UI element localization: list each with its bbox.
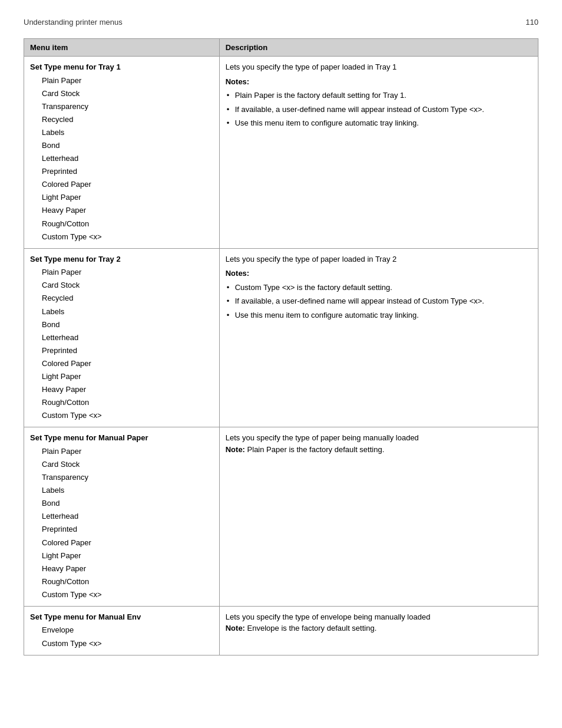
- sub-item: Custom Type <x>: [30, 409, 213, 422]
- bullet-item: Use this menu item to configure automati…: [226, 117, 532, 129]
- menu-item-title: Set Type menu for Tray 2: [30, 253, 213, 265]
- header-right: 110: [525, 18, 538, 27]
- sub-item: Letterhead: [30, 510, 213, 523]
- sub-item: Recycled: [30, 292, 213, 305]
- sub-item: Letterhead: [30, 152, 213, 165]
- table-row: Set Type menu for Tray 2Plain PaperCard …: [24, 248, 538, 427]
- page-header: Understanding printer menus 110: [24, 18, 538, 27]
- sub-item: Bond: [30, 318, 213, 331]
- sub-item: Colored Paper: [30, 536, 213, 549]
- note-inline: Note: Plain Paper is the factory default…: [226, 444, 532, 456]
- sub-item: Light Paper: [30, 370, 213, 383]
- sub-item: Transparency: [30, 471, 213, 484]
- header-left: Understanding printer menus: [24, 18, 123, 27]
- description-cell: Lets you specify the type of paper loade…: [219, 248, 538, 427]
- menu-item-title: Set Type menu for Manual Env: [30, 611, 213, 623]
- menu-item-cell: Set Type menu for Tray 2Plain PaperCard …: [24, 248, 220, 427]
- sub-item: Labels: [30, 305, 213, 318]
- description-cell: Lets you specify the type of paper loade…: [219, 57, 538, 249]
- bullet-list: Plain Paper is the factory default setti…: [226, 90, 532, 129]
- sub-item: Labels: [30, 126, 213, 139]
- description-cell: Lets you specify the type of envelope be…: [219, 606, 538, 655]
- bullet-item: If available, a user-defined name will a…: [226, 104, 532, 116]
- desc-notes-title: Notes:: [226, 76, 532, 88]
- sub-item: Preprinted: [30, 523, 213, 536]
- menu-item-title: Set Type menu for Manual Paper: [30, 432, 213, 444]
- sub-item: Bond: [30, 497, 213, 510]
- col1-header: Menu item: [24, 39, 220, 57]
- menu-item-cell: Set Type menu for Tray 1Plain PaperCard …: [24, 57, 220, 249]
- sub-item: Light Paper: [30, 191, 213, 204]
- sub-item: Custom Type <x>: [30, 588, 213, 601]
- sub-item: Colored Paper: [30, 357, 213, 370]
- bullet-item: Custom Type <x> is the factory default s…: [226, 282, 532, 294]
- sub-item: Plain Paper: [30, 266, 213, 279]
- desc-intro: Lets you specify the type of paper loade…: [226, 61, 532, 73]
- desc-intro: Lets you specify the type of envelope be…: [226, 611, 532, 623]
- desc-intro: Lets you specify the type of paper being…: [226, 432, 532, 444]
- col2-header: Description: [219, 39, 538, 57]
- sub-item: Plain Paper: [30, 74, 213, 87]
- desc-intro: Lets you specify the type of paper loade…: [226, 253, 532, 265]
- sub-item: Heavy Paper: [30, 562, 213, 575]
- sub-item: Card Stock: [30, 458, 213, 471]
- sub-item: Labels: [30, 484, 213, 497]
- menu-item-title: Set Type menu for Tray 1: [30, 61, 213, 73]
- sub-item: Preprinted: [30, 344, 213, 357]
- sub-item: Card Stock: [30, 279, 213, 292]
- menu-item-cell: Set Type menu for Manual PaperPlain Pape…: [24, 427, 220, 607]
- sub-item: Envelope: [30, 624, 213, 637]
- table-row: Set Type menu for Manual PaperPlain Pape…: [24, 427, 538, 607]
- bullet-item: Plain Paper is the factory default setti…: [226, 90, 532, 101]
- sub-item: Card Stock: [30, 87, 213, 100]
- sub-item: Light Paper: [30, 549, 213, 562]
- sub-item: Preprinted: [30, 165, 213, 178]
- sub-item: Bond: [30, 139, 213, 152]
- bullet-item: Use this menu item to configure automati…: [226, 309, 532, 321]
- desc-notes-title: Notes:: [226, 268, 532, 279]
- sub-item: Colored Paper: [30, 178, 213, 191]
- bullet-item: If available, a user-defined name will a…: [226, 295, 532, 307]
- table-row: Set Type menu for Tray 1Plain PaperCard …: [24, 57, 538, 249]
- sub-item: Custom Type <x>: [30, 230, 213, 243]
- menu-item-cell: Set Type menu for Manual EnvEnvelopeCust…: [24, 606, 220, 655]
- sub-item: Heavy Paper: [30, 204, 213, 217]
- sub-item: Plain Paper: [30, 445, 213, 458]
- table-row: Set Type menu for Manual EnvEnvelopeCust…: [24, 606, 538, 655]
- sub-item: Custom Type <x>: [30, 637, 213, 650]
- sub-item: Rough/Cotton: [30, 218, 213, 230]
- sub-item: Letterhead: [30, 331, 213, 344]
- bullet-list: Custom Type <x> is the factory default s…: [226, 282, 532, 321]
- sub-item: Heavy Paper: [30, 383, 213, 396]
- sub-item: Recycled: [30, 113, 213, 126]
- sub-item: Rough/Cotton: [30, 396, 213, 409]
- sub-item: Transparency: [30, 100, 213, 113]
- main-table: Menu item Description Set Type menu for …: [24, 38, 538, 655]
- sub-item: Rough/Cotton: [30, 575, 213, 588]
- description-cell: Lets you specify the type of paper being…: [219, 427, 538, 607]
- note-inline: Note: Envelope is the factory default se…: [226, 622, 532, 634]
